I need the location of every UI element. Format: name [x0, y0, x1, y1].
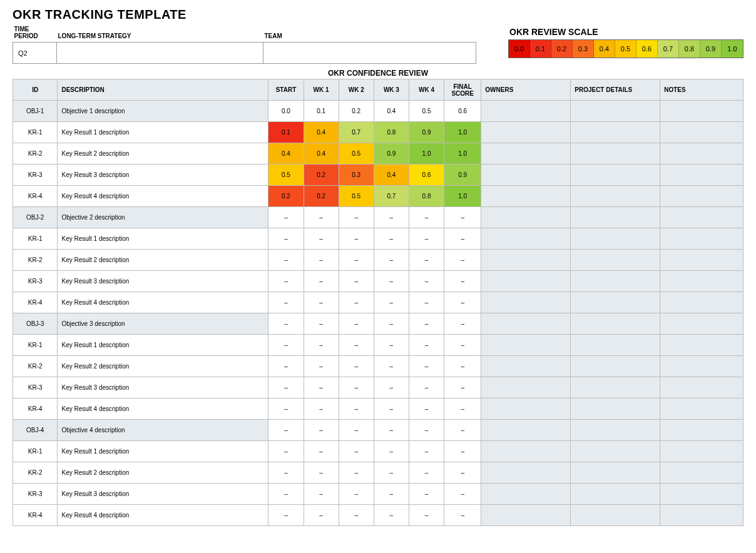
score-cell[interactable]: – [409, 250, 444, 271]
score-cell[interactable]: – [304, 505, 339, 526]
row-owners[interactable] [481, 186, 571, 207]
score-cell[interactable]: – [374, 250, 409, 271]
row-notes[interactable] [660, 420, 743, 441]
score-cell[interactable]: 0.4 [374, 101, 409, 122]
row-notes[interactable] [660, 250, 743, 271]
score-cell[interactable]: – [304, 420, 339, 441]
score-cell[interactable]: – [374, 313, 409, 335]
row-owners[interactable] [481, 228, 571, 250]
row-project[interactable] [571, 122, 660, 143]
row-owners[interactable] [481, 462, 571, 484]
score-cell[interactable]: – [409, 313, 444, 335]
score-cell[interactable]: – [268, 271, 304, 292]
score-cell[interactable]: – [339, 250, 374, 271]
score-cell[interactable]: – [268, 228, 304, 250]
score-cell[interactable]: – [409, 356, 444, 377]
row-project[interactable] [571, 207, 660, 228]
score-cell[interactable]: – [339, 207, 374, 228]
row-owners[interactable] [481, 101, 571, 122]
meta-strategy-value[interactable] [57, 43, 263, 64]
row-notes[interactable] [660, 335, 743, 356]
score-cell[interactable]: – [374, 335, 409, 356]
row-project[interactable] [571, 165, 660, 186]
meta-time-value[interactable]: Q2 [13, 43, 57, 64]
row-project[interactable] [571, 356, 660, 377]
row-description[interactable]: Objective 1 description [58, 101, 268, 122]
row-owners[interactable] [481, 356, 571, 377]
score-cell[interactable]: 1.0 [444, 122, 481, 143]
row-owners[interactable] [481, 484, 571, 505]
score-cell[interactable]: 0.9 [409, 122, 444, 143]
score-cell[interactable]: – [409, 505, 444, 526]
row-description[interactable]: Key Result 1 description [58, 335, 268, 356]
score-cell[interactable]: 0.9 [444, 165, 481, 186]
score-cell[interactable]: 0.1 [268, 122, 304, 143]
row-project[interactable] [571, 143, 660, 165]
score-cell[interactable]: – [444, 420, 481, 441]
score-cell[interactable]: – [268, 398, 304, 420]
row-description[interactable]: Key Result 1 description [58, 122, 268, 143]
score-cell[interactable]: – [339, 462, 374, 484]
row-notes[interactable] [660, 441, 743, 462]
row-description[interactable]: Key Result 1 description [58, 228, 268, 250]
score-cell[interactable]: – [268, 335, 304, 356]
row-notes[interactable] [660, 186, 743, 207]
row-project[interactable] [571, 398, 660, 420]
row-description[interactable]: Key Result 3 description [58, 165, 268, 186]
score-cell[interactable]: 0.2 [268, 186, 304, 207]
score-cell[interactable]: – [339, 377, 374, 398]
score-cell[interactable]: – [339, 335, 374, 356]
row-owners[interactable] [481, 143, 571, 165]
row-notes[interactable] [660, 101, 743, 122]
row-owners[interactable] [481, 313, 571, 335]
score-cell[interactable]: – [339, 398, 374, 420]
row-owners[interactable] [481, 292, 571, 313]
score-cell[interactable]: – [339, 292, 374, 313]
score-cell[interactable]: – [268, 356, 304, 377]
row-description[interactable]: Key Result 2 description [58, 462, 268, 484]
score-cell[interactable]: – [374, 228, 409, 250]
score-cell[interactable]: – [304, 271, 339, 292]
score-cell[interactable]: 0.4 [268, 143, 304, 165]
row-description[interactable]: Key Result 1 description [58, 441, 268, 462]
row-owners[interactable] [481, 271, 571, 292]
score-cell[interactable]: – [339, 313, 374, 335]
score-cell[interactable]: – [268, 313, 304, 335]
score-cell[interactable]: – [374, 462, 409, 484]
score-cell[interactable]: – [374, 292, 409, 313]
score-cell[interactable]: 0.7 [374, 186, 409, 207]
score-cell[interactable]: – [409, 292, 444, 313]
score-cell[interactable]: – [268, 441, 304, 462]
score-cell[interactable]: – [444, 207, 481, 228]
score-cell[interactable]: 0.8 [374, 122, 409, 143]
row-notes[interactable] [660, 143, 743, 165]
score-cell[interactable]: 0.9 [374, 143, 409, 165]
score-cell[interactable]: – [304, 228, 339, 250]
score-cell[interactable]: 1.0 [409, 143, 444, 165]
score-cell[interactable]: 0.6 [444, 101, 481, 122]
score-cell[interactable]: 0.3 [339, 165, 374, 186]
score-cell[interactable]: – [268, 505, 304, 526]
score-cell[interactable]: – [304, 292, 339, 313]
score-cell[interactable]: – [409, 271, 444, 292]
score-cell[interactable]: – [374, 207, 409, 228]
row-project[interactable] [571, 462, 660, 484]
score-cell[interactable]: 0.4 [374, 165, 409, 186]
score-cell[interactable]: – [444, 292, 481, 313]
score-cell[interactable]: – [444, 377, 481, 398]
row-owners[interactable] [481, 420, 571, 441]
row-notes[interactable] [660, 207, 743, 228]
score-cell[interactable]: – [339, 356, 374, 377]
score-cell[interactable]: 1.0 [444, 186, 481, 207]
score-cell[interactable]: – [304, 398, 339, 420]
row-description[interactable]: Key Result 4 description [58, 505, 268, 526]
score-cell[interactable]: – [339, 505, 374, 526]
score-cell[interactable]: 0.5 [339, 186, 374, 207]
score-cell[interactable]: 0.5 [268, 165, 304, 186]
meta-team-value[interactable] [263, 43, 476, 64]
score-cell[interactable]: – [268, 377, 304, 398]
score-cell[interactable]: – [268, 250, 304, 271]
score-cell[interactable]: – [268, 420, 304, 441]
row-owners[interactable] [481, 398, 571, 420]
row-owners[interactable] [481, 207, 571, 228]
